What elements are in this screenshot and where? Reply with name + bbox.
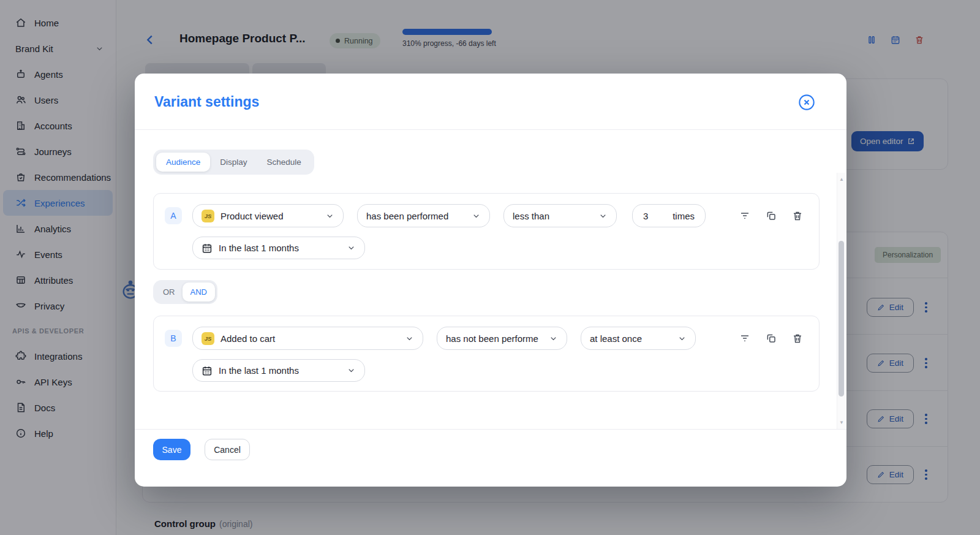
timeframe-select[interactable]: In the last 1 months <box>192 237 365 259</box>
operator-select[interactable]: has not been performe <box>437 327 567 350</box>
event-select-value: Added to cart <box>221 333 275 344</box>
logic-toggle: OR AND <box>153 280 217 304</box>
chevron-down-icon <box>405 334 414 343</box>
logic-and-option[interactable]: AND <box>183 283 215 302</box>
trash-icon[interactable] <box>792 333 803 344</box>
chevron-down-icon <box>677 334 687 343</box>
timeframe-select[interactable]: In the last 1 months <box>192 359 365 382</box>
chevron-down-icon <box>347 366 356 375</box>
comparison-select[interactable]: less than <box>503 204 617 227</box>
modal-header: Variant settings <box>135 74 846 130</box>
count-input[interactable]: 3 times <box>632 204 706 227</box>
trash-icon[interactable] <box>792 210 803 221</box>
condition-label-chip: B <box>165 330 182 347</box>
chevron-down-icon <box>325 211 334 221</box>
modal-title: Variant settings <box>154 94 259 110</box>
calendar-icon <box>202 243 213 254</box>
chevron-down-icon <box>347 243 356 252</box>
chevron-down-icon <box>549 334 558 343</box>
operator-select[interactable]: has been performed <box>357 204 490 227</box>
comparison-select-value: less than <box>513 211 549 221</box>
comparison-select[interactable]: at least once <box>581 327 696 350</box>
modal-scrollbar[interactable]: ▲ ▼ <box>837 173 845 429</box>
timeframe-select-value: In the last 1 months <box>219 243 299 253</box>
event-select[interactable]: JS Product viewed <box>192 204 344 227</box>
js-source-icon: JS <box>202 210 214 222</box>
duplicate-icon[interactable] <box>766 333 777 344</box>
event-select-value: Product viewed <box>221 211 284 221</box>
filter-icon[interactable] <box>739 333 750 344</box>
tab-schedule[interactable]: Schedule <box>257 153 311 172</box>
scrollbar-thumb[interactable] <box>839 241 844 397</box>
timeframe-select-value: In the last 1 months <box>219 365 299 376</box>
save-button[interactable]: Save <box>153 439 190 460</box>
modal-footer-divider <box>135 429 846 430</box>
logic-or-option[interactable]: OR <box>156 283 183 302</box>
tab-audience[interactable]: Audience <box>156 153 210 172</box>
modal-tabs: Audience Display Schedule <box>153 150 314 175</box>
chevron-down-icon <box>598 211 608 221</box>
condition-group-a: A JS Product viewed has been performed l… <box>153 193 820 270</box>
event-select[interactable]: JS Added to cart <box>192 327 423 350</box>
scroll-down-icon[interactable]: ▼ <box>837 420 846 425</box>
comparison-select-value: at least once <box>590 333 642 344</box>
js-source-icon: JS <box>202 332 214 345</box>
condition-actions <box>739 210 803 221</box>
tab-display[interactable]: Display <box>210 153 257 172</box>
count-unit: times <box>673 211 695 221</box>
condition-group-b: B JS Added to cart has not been performe… <box>153 316 820 392</box>
count-value: 3 <box>643 211 648 221</box>
operator-select-value: has been performed <box>366 211 448 221</box>
filter-icon[interactable] <box>739 210 750 221</box>
operator-select-value: has not been performe <box>446 333 538 344</box>
chevron-down-icon <box>472 211 481 221</box>
duplicate-icon[interactable] <box>766 210 777 221</box>
variant-settings-modal: Variant settings Audience Display Schedu… <box>135 74 846 487</box>
scroll-up-icon[interactable]: ▲ <box>837 176 846 182</box>
close-icon[interactable] <box>798 94 815 111</box>
cancel-button[interactable]: Cancel <box>205 439 250 460</box>
condition-actions <box>739 333 803 344</box>
condition-label-chip: A <box>165 207 182 224</box>
calendar-icon <box>202 365 213 376</box>
